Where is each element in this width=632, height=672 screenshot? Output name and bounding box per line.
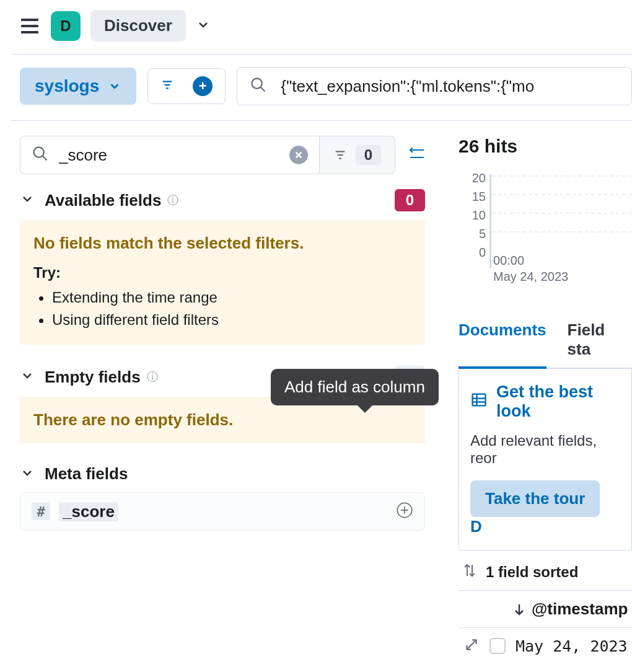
callout-try-label: Try:: [33, 264, 411, 281]
available-fields-count: 0: [395, 189, 425, 211]
field-name: _score: [59, 502, 118, 521]
app-badge[interactable]: D: [51, 11, 81, 41]
tour-headline: Get the best look: [496, 382, 620, 421]
search-icon: [250, 76, 267, 96]
data-view-label: syslogs: [35, 76, 99, 96]
svg-rect-17: [473, 394, 486, 405]
filter-icon[interactable]: [160, 78, 174, 94]
cell-timestamp: May 24, 2023: [516, 637, 628, 655]
meta-fields-header[interactable]: Meta fields: [20, 464, 425, 484]
row-checkbox[interactable]: [489, 638, 506, 654]
svg-line-6: [43, 156, 47, 161]
data-view-selector[interactable]: syslogs: [20, 68, 136, 105]
hits-number: 26: [459, 136, 479, 156]
tab-field-statistics[interactable]: Field sta: [568, 321, 632, 368]
field-type-filter-button[interactable]: 0: [320, 136, 395, 174]
sort-label: 1 field sorted: [486, 564, 578, 581]
expand-row-icon[interactable]: [463, 637, 480, 655]
svg-point-5: [34, 148, 44, 157]
query-input[interactable]: {"text_expansion":{"ml.tokens":{"mo: [237, 67, 632, 105]
callout-tip: Using different field filters: [52, 309, 411, 331]
chevron-down-icon: [108, 79, 121, 93]
breadcrumb-chevron-icon[interactable]: [196, 17, 211, 35]
sort-icon: [463, 563, 476, 581]
chevron-down-icon: [20, 368, 35, 386]
discover-breadcrumb[interactable]: Discover: [90, 10, 186, 42]
callout-tip: Extending the time range: [52, 286, 411, 309]
column-header-timestamp[interactable]: @timestamp: [459, 591, 632, 628]
tour-callout: Get the best look Add relevant fields, r…: [459, 368, 632, 550]
info-icon[interactable]: ⓘ: [147, 369, 158, 384]
hits-count: 26 hits: [459, 136, 632, 157]
main-panel: 26 hits 20 15 10 5 0 00:00 May 24, 2023 …: [445, 121, 632, 655]
collapse-sidebar-icon[interactable]: [406, 148, 425, 162]
sort-indicator[interactable]: 1 field sorted: [459, 550, 632, 591]
tour-description: Add relevant fields, reor: [470, 432, 620, 467]
dismiss-button[interactable]: D: [470, 517, 482, 536]
hits-label: hits: [485, 136, 517, 156]
table-icon: [470, 391, 488, 413]
empty-fields-title: Empty fields: [45, 368, 141, 387]
filter-controls: +: [147, 68, 226, 104]
column-header-label: @timestamp: [532, 599, 628, 619]
callout-title: There are no empty fields.: [33, 410, 411, 430]
y-axis-line: [489, 174, 491, 268]
result-tabs: Documents Field sta: [459, 321, 632, 368]
tab-documents[interactable]: Documents: [459, 321, 546, 369]
filter-row: syslogs + {"text_expansion":{"ml.tokens"…: [0, 55, 632, 120]
take-tour-button[interactable]: Take the tour: [470, 480, 600, 517]
nav-menu-icon[interactable]: [19, 15, 41, 37]
field-search-input[interactable]: [59, 146, 279, 165]
search-icon: [32, 145, 49, 165]
fields-sidebar: 0 Available fields ⓘ 0 No fields match t…: [11, 121, 445, 655]
tooltip: Add field as column: [271, 369, 439, 405]
no-fields-callout: No fields match the selected filters. Tr…: [20, 220, 425, 345]
chevron-down-icon: [20, 192, 35, 209]
field-type-icon: #: [32, 503, 50, 520]
add-filter-button[interactable]: +: [193, 76, 213, 96]
info-icon[interactable]: ⓘ: [167, 193, 178, 208]
field-item-score[interactable]: # _score: [20, 492, 425, 531]
clear-search-icon[interactable]: [289, 146, 308, 164]
meta-fields-title: Meta fields: [45, 464, 128, 484]
svg-point-3: [252, 79, 262, 89]
add-field-as-column-button[interactable]: [396, 502, 413, 521]
available-fields-header[interactable]: Available fields ⓘ 0: [20, 189, 425, 211]
histogram-chart[interactable]: 20 15 10 5 0 00:00 May 24, 2023: [459, 172, 632, 296]
table-row[interactable]: May 24, 2023: [459, 628, 632, 655]
svg-line-24: [467, 640, 476, 649]
available-fields-title: Available fields: [45, 191, 161, 210]
top-bar: D Discover: [0, 0, 632, 54]
sort-desc-icon: [513, 603, 525, 616]
chevron-down-icon: [20, 466, 35, 483]
field-search[interactable]: [20, 136, 320, 174]
callout-title: No fields match the selected filters.: [33, 234, 411, 253]
query-text: {"text_expansion":{"ml.tokens":{"mo: [281, 77, 534, 96]
svg-line-4: [261, 87, 265, 92]
x-axis-label: 00:00 May 24, 2023: [493, 252, 568, 285]
y-axis-ticks: 20 15 10 5 0: [459, 172, 486, 259]
field-filter-count: 0: [356, 145, 381, 165]
